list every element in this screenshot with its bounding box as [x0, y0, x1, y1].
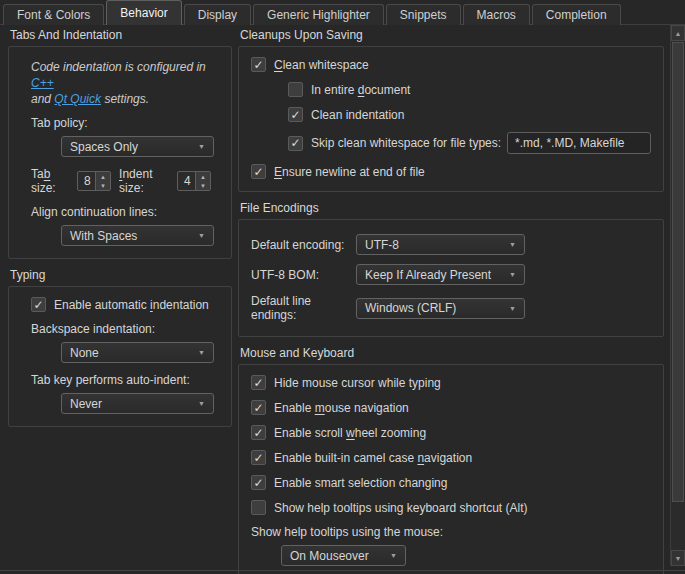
tooltips-keyboard-label[interactable]: Show help tooltips using keyboard shortc… [274, 501, 527, 515]
spin-up-icon[interactable]: ▲ [96, 172, 110, 181]
line-endings-row: Default line endings: Windows (CRLF) ▼ [251, 294, 651, 322]
ensure-newline-checkbox-row[interactable]: ✓ Ensure newline at end of file [251, 164, 651, 179]
group-file-encodings: File Encodings Default encoding: UTF-8 ▼… [238, 201, 664, 337]
tab-behavior[interactable]: Behavior [106, 0, 181, 25]
tab-macros[interactable]: Macros [463, 4, 530, 25]
spin-up-icon[interactable]: ▲ [196, 172, 210, 181]
check-icon: ✓ [33, 298, 43, 312]
group-box-tabs-and-indentation: Code indentation is configured in C++ an… [8, 46, 232, 259]
line-endings-dropdown[interactable]: Windows (CRLF) ▼ [356, 298, 525, 319]
entire-document-checkbox-row[interactable]: In entire document [288, 82, 651, 97]
note-text: Code indentation is configured in [31, 60, 206, 74]
group-box-typing: ✓ Enable automatic indentation Backspace… [8, 286, 232, 427]
check-icon: ✓ [253, 476, 263, 490]
tab-size-value: 8 [78, 172, 95, 190]
group-tabs-and-indentation: Tabs And Indentation Code indentation is… [8, 28, 232, 259]
default-encoding-dropdown[interactable]: UTF-8 ▼ [356, 234, 525, 255]
skip-file-types-checkbox[interactable]: ✓ [288, 136, 303, 151]
auto-indentation-checkbox-row[interactable]: ✓ Enable automatic indentation [31, 297, 219, 312]
hide-cursor-checkbox-row[interactable]: ✓ Hide mouse cursor while typing [251, 375, 651, 390]
utf8-bom-label: UTF-8 BOM: [251, 268, 356, 282]
entire-document-label[interactable]: In entire document [311, 83, 410, 97]
check-icon: ✓ [290, 136, 300, 150]
auto-indentation-label[interactable]: Enable automatic indentation [54, 298, 209, 312]
camel-case-label[interactable]: Enable built-in camel case navigation [274, 451, 472, 465]
tab-snippets[interactable]: Snippets [386, 4, 461, 25]
ensure-newline-label[interactable]: Ensure newline at end of file [274, 165, 425, 179]
tooltips-mouse-dropdown[interactable]: On Mouseover ▼ [281, 545, 406, 566]
qt-quick-settings-link[interactable]: Qt Quick [54, 92, 101, 106]
settings-tabbar: Font & Colors Behavior Display Generic H… [0, 0, 685, 25]
skip-file-types-input[interactable] [507, 132, 651, 154]
tab-generic-highlighter[interactable]: Generic Highlighter [253, 4, 384, 25]
dropdown-arrow-icon: ▼ [198, 232, 205, 239]
pane-bottom-divider [0, 570, 685, 571]
skip-file-types-checkbox-row[interactable]: ✓ Skip clean whitespace for file types: [288, 132, 651, 154]
check-icon: ✓ [253, 426, 263, 440]
vertical-scrollbar[interactable]: ▲ ▼ [670, 25, 685, 566]
tooltips-keyboard-checkbox-row[interactable]: Show help tooltips using keyboard shortc… [251, 500, 651, 515]
tab-completion[interactable]: Completion [532, 4, 621, 25]
group-title-cleanups: Cleanups Upon Saving [240, 28, 664, 42]
camel-case-checkbox-row[interactable]: ✓ Enable built-in camel case navigation [251, 450, 651, 465]
tab-policy-dropdown[interactable]: Spaces Only ▼ [61, 136, 214, 157]
ensure-newline-checkbox[interactable]: ✓ [251, 164, 266, 179]
group-title-mouse-keyboard: Mouse and Keyboard [240, 346, 664, 360]
clean-whitespace-checkbox-row[interactable]: ✓ Clean whitespace [251, 57, 651, 72]
smart-selection-label[interactable]: Enable smart selection changing [274, 476, 447, 490]
tooltips-keyboard-checkbox[interactable] [251, 500, 266, 515]
group-typing: Typing ✓ Enable automatic indentation Ba… [8, 268, 232, 427]
note-text: settings. [101, 92, 149, 106]
auto-indentation-checkbox[interactable]: ✓ [31, 297, 46, 312]
tab-font-colors[interactable]: Font & Colors [3, 4, 104, 25]
indent-size-spinbox[interactable]: 4 ▲ ▼ [177, 171, 211, 191]
hide-cursor-label[interactable]: Hide mouse cursor while typing [274, 376, 441, 390]
clean-indentation-checkbox[interactable]: ✓ [288, 107, 303, 122]
spin-down-icon[interactable]: ▼ [96, 181, 110, 190]
align-continuation-dropdown[interactable]: With Spaces ▼ [61, 225, 214, 246]
tab-display[interactable]: Display [184, 4, 251, 25]
dropdown-arrow-icon: ▼ [198, 349, 205, 356]
clean-indentation-label[interactable]: Clean indentation [311, 108, 404, 122]
scroll-up-icon[interactable]: ▲ [671, 25, 685, 41]
check-icon: ✓ [253, 58, 263, 72]
entire-document-checkbox[interactable] [288, 82, 303, 97]
utf8-bom-row: UTF-8 BOM: Keep If Already Present ▼ [251, 264, 651, 285]
smart-selection-checkbox-row[interactable]: ✓ Enable smart selection changing [251, 475, 651, 490]
tab-size-label: Tab size: [31, 167, 71, 195]
utf8-bom-dropdown[interactable]: Keep If Already Present ▼ [356, 264, 525, 285]
check-icon: ✓ [253, 451, 263, 465]
group-cleanups: Cleanups Upon Saving ✓ Clean whitespace … [238, 28, 664, 192]
spin-down-icon[interactable]: ▼ [196, 181, 210, 190]
skip-file-types-label[interactable]: Skip clean whitespace for file types: [311, 136, 501, 150]
left-column: Tabs And Indentation Code indentation is… [8, 28, 232, 436]
mouse-navigation-checkbox[interactable]: ✓ [251, 400, 266, 415]
check-icon: ✓ [253, 376, 263, 390]
camel-case-checkbox[interactable]: ✓ [251, 450, 266, 465]
scroll-zooming-label[interactable]: Enable scroll wheel zooming [274, 426, 426, 440]
tab-key-auto-indent-dropdown[interactable]: Never ▼ [61, 393, 214, 414]
scroll-down-icon[interactable]: ▼ [671, 550, 685, 566]
hide-cursor-checkbox[interactable]: ✓ [251, 375, 266, 390]
mouse-navigation-checkbox-row[interactable]: ✓ Enable mouse navigation [251, 400, 651, 415]
check-icon: ✓ [290, 108, 300, 122]
scroll-zooming-checkbox-row[interactable]: ✓ Enable scroll wheel zooming [251, 425, 651, 440]
tab-size-spinbox[interactable]: 8 ▲ ▼ [77, 171, 111, 191]
default-encoding-value: UTF-8 [365, 238, 399, 252]
indent-size-label: Indent size: [119, 167, 171, 195]
cpp-settings-link[interactable]: C++ [31, 76, 54, 90]
smart-selection-checkbox[interactable]: ✓ [251, 475, 266, 490]
clean-whitespace-checkbox[interactable]: ✓ [251, 57, 266, 72]
clean-indentation-checkbox-row[interactable]: ✓ Clean indentation [288, 107, 651, 122]
note-text: and [31, 92, 54, 106]
scrollbar-track[interactable] [671, 503, 685, 550]
scrollbar-thumb[interactable] [672, 42, 684, 502]
scroll-zooming-checkbox[interactable]: ✓ [251, 425, 266, 440]
tab-key-auto-indent-value: Never [70, 397, 102, 411]
mouse-navigation-label[interactable]: Enable mouse navigation [274, 401, 409, 415]
clean-whitespace-label[interactable]: Clean whitespace [274, 58, 369, 72]
backspace-indentation-dropdown[interactable]: None ▼ [61, 342, 214, 363]
line-endings-value: Windows (CRLF) [365, 301, 456, 315]
dropdown-arrow-icon: ▼ [509, 241, 516, 248]
group-box-file-encodings: Default encoding: UTF-8 ▼ UTF-8 BOM: Kee… [238, 219, 664, 337]
